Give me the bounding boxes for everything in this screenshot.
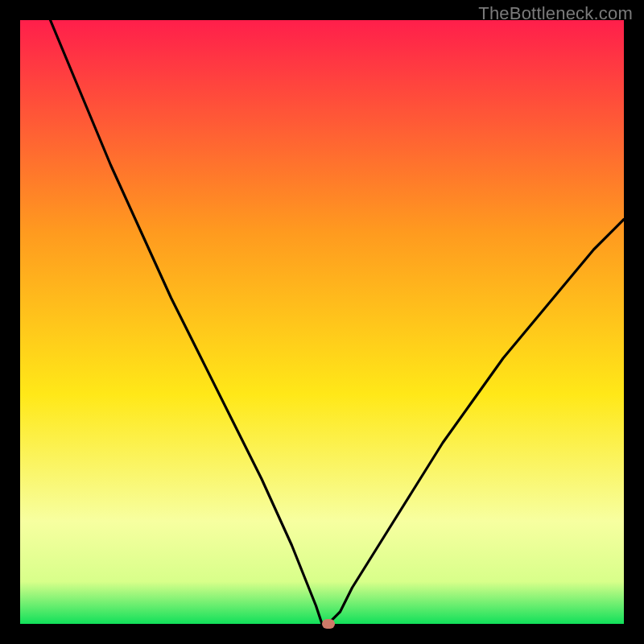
optimal-point-marker [322,619,335,629]
bottleneck-chart [20,20,624,624]
watermark-text: TheBottleneck.com [478,3,633,24]
chart-container: TheBottleneck.com [0,0,644,644]
